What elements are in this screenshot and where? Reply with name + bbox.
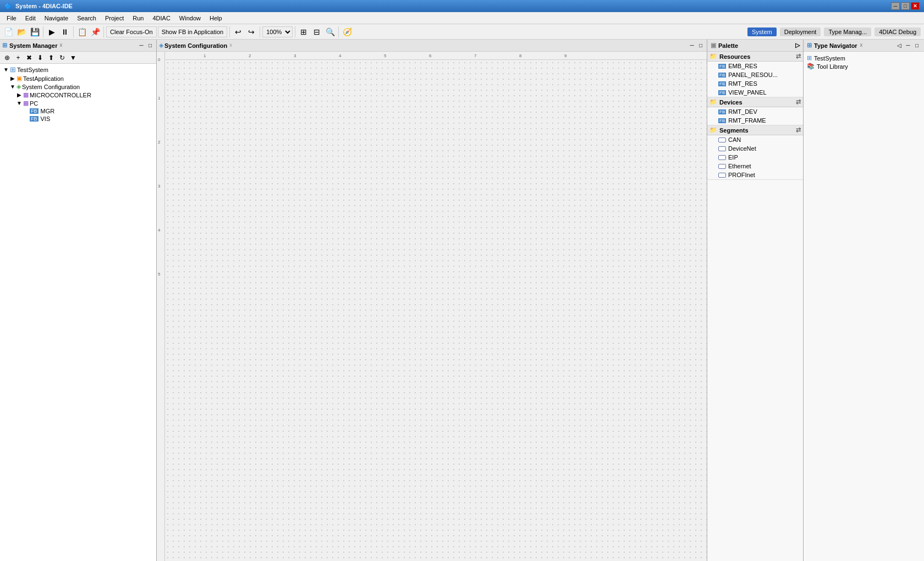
menu-run[interactable]: Run — [128, 14, 148, 23]
canvas-column: 1 2 3 4 5 6 7 8 9 — [165, 52, 707, 561]
palette-item-rmt-dev[interactable]: FB RMT_DEV — [707, 107, 803, 116]
palette-item-view-panel[interactable]: FB VIEW_PANEL — [707, 88, 803, 97]
tree-item-testapp[interactable]: ▶ ▣ TestApplication — [1, 74, 155, 82]
tree-expand-micro[interactable]: ▶ — [16, 92, 22, 98]
menu-file[interactable]: File — [2, 14, 21, 23]
type-nav-min-btn[interactable]: ─ — [904, 42, 912, 50]
palette-expand-btn[interactable]: ▷ — [795, 42, 800, 49]
system-manager-panel: ⊞ System Manager ☓ ─ □ ⊕ + ✖ ⬇ ⬆ ↻ ▼ ▼ ⊞… — [0, 40, 157, 561]
palette-item-profinet[interactable]: PROFInet — [707, 170, 803, 179]
ruler-h-5: 5 — [384, 53, 386, 58]
type-nav-expand-btn[interactable]: ◁ — [895, 42, 903, 50]
palette-segments-header[interactable]: 📁 Segments ⇄ — [707, 125, 803, 135]
sysconfig-min-btn[interactable]: ─ — [688, 42, 696, 50]
toolbar-nav-btn[interactable]: 🧭 — [341, 26, 353, 38]
show-fb-btn[interactable]: Show FB in Application — [158, 26, 228, 37]
mgr-label: MGR — [41, 108, 55, 114]
type-nav-header-btns: ◁ ─ □ — [895, 42, 921, 50]
view-tab-4diac-debug[interactable]: 4DIAC Debug — [875, 28, 921, 36]
tree-refresh-btn[interactable]: ↻ — [57, 53, 67, 63]
tree-import-btn[interactable]: ⬇ — [35, 53, 45, 63]
toolbar-new-btn[interactable]: 📄 — [2, 26, 14, 38]
resources-add-btn[interactable]: ⇄ — [796, 53, 801, 60]
menu-edit[interactable]: Edit — [21, 14, 40, 23]
ethernet-seg-icon — [718, 164, 726, 169]
close-btn[interactable]: ✕ — [911, 2, 920, 10]
main-canvas[interactable] — [165, 60, 707, 561]
toolbar-sep-7 — [338, 26, 339, 37]
tree-remove-btn[interactable]: ✖ — [24, 53, 34, 63]
system-manager-tree: ▼ ⊞ TestSystem ▶ ▣ TestApplication ▼ ◈ S… — [0, 64, 156, 561]
tree-item-micro[interactable]: ▶ ▦ MICROCONTROLLER — [1, 91, 155, 99]
toolbar-pause-btn[interactable]: ⏸ — [59, 26, 71, 38]
palette-item-devicenet[interactable]: DeviceNet — [707, 144, 803, 153]
toolbar-redo-btn[interactable]: ↪ — [245, 26, 257, 38]
panel-minimize-btn[interactable]: ─ — [138, 42, 145, 50]
view-tab-system[interactable]: System — [747, 28, 777, 36]
palette-content: 📁 Resources ⇄ FB EMB_RES FB PANEL_RESOU.… — [707, 52, 803, 561]
view-tab-deployment[interactable]: Deployment — [780, 28, 821, 36]
menu-window[interactable]: Window — [175, 14, 205, 23]
menu-search[interactable]: Search — [73, 14, 101, 23]
type-nav-max-btn[interactable]: □ — [913, 42, 921, 50]
tree-item-vis[interactable]: FB VIS — [1, 115, 155, 123]
tree-expand-testsystem[interactable]: ▼ — [3, 67, 9, 73]
toolbar-save-btn[interactable]: 💾 — [29, 26, 41, 38]
tree-expand-testapp[interactable]: ▶ — [10, 75, 15, 81]
menu-4diac[interactable]: 4DIAC — [148, 14, 174, 23]
pc-icon: ▦ — [23, 100, 29, 107]
tree-item-sysconfig[interactable]: ▼ ◈ System Configuration — [1, 82, 155, 91]
tree-filter-btn[interactable]: ▼ — [68, 53, 78, 63]
menu-help[interactable]: Help — [205, 14, 227, 23]
palette-item-panel-res[interactable]: FB PANEL_RESOU... — [707, 70, 803, 79]
toolbar-zoom-in-btn[interactable]: 🔍 — [324, 26, 336, 38]
maximize-btn[interactable]: □ — [901, 2, 910, 10]
palette-item-rmt-frame[interactable]: FB RMT_FRAME — [707, 116, 803, 125]
type-nav-close[interactable]: ☓ — [860, 42, 862, 48]
type-nav-testsystem[interactable]: ⊞ TestSystem — [806, 54, 922, 62]
tree-expand-pc[interactable]: ▼ — [16, 100, 22, 106]
resources-folder-icon: 📁 — [710, 53, 717, 60]
menu-navigate[interactable]: Navigate — [40, 14, 73, 23]
sysconfig-tab-close[interactable]: ☓ — [229, 42, 232, 48]
toolbar-undo-btn[interactable]: ↩ — [232, 26, 244, 38]
eip-label: EIP — [728, 154, 738, 161]
toolbar-copy-btn[interactable]: 📋 — [76, 26, 88, 38]
palette-item-emb-res[interactable]: FB EMB_RES — [707, 62, 803, 70]
rmt-res-label: RMT_RES — [728, 80, 757, 87]
can-seg-icon — [718, 138, 726, 142]
tree-item-mgr[interactable]: FB MGR — [1, 107, 155, 115]
palette-item-eip[interactable]: EIP — [707, 153, 803, 162]
devices-add-btn[interactable]: ⇄ — [796, 98, 801, 106]
palette-item-can[interactable]: CAN — [707, 135, 803, 144]
resources-label: Resources — [719, 53, 750, 60]
segments-add-btn[interactable]: ⇄ — [796, 127, 801, 134]
panel-maximize-btn[interactable]: □ — [146, 42, 154, 50]
tree-add-btn[interactable]: + — [13, 53, 23, 63]
tree-export-btn[interactable]: ⬆ — [46, 53, 56, 63]
zoom-select[interactable]: 100% 75% 50% 150% 200% — [262, 26, 293, 37]
profinet-label: PROFInet — [728, 172, 755, 178]
tree-expand-sysconfig[interactable]: ▼ — [10, 84, 15, 90]
tree-expand-all-btn[interactable]: ⊕ — [2, 53, 12, 63]
palette-devices-header[interactable]: 📁 Devices ⇄ — [707, 97, 803, 107]
toolbar-grid-btn[interactable]: ⊟ — [311, 26, 323, 38]
menu-project[interactable]: Project — [101, 14, 128, 23]
panel-header-controls: ─ □ — [138, 42, 154, 50]
minimize-btn[interactable]: ─ — [891, 2, 900, 10]
view-tab-type-manager[interactable]: Type Manag... — [824, 28, 871, 36]
toolbar-play-btn[interactable]: ▶ — [46, 26, 58, 38]
tree-item-pc[interactable]: ▼ ▦ PC — [1, 99, 155, 107]
palette-item-ethernet[interactable]: Ethernet — [707, 162, 803, 170]
type-nav-tool-library[interactable]: 📚 Tool Library — [806, 62, 922, 70]
toolbar-paste-btn[interactable]: 📌 — [89, 26, 101, 38]
palette-resources-header[interactable]: 📁 Resources ⇄ — [707, 52, 803, 62]
toolbar-align-btn[interactable]: ⊞ — [298, 26, 310, 38]
clear-focus-btn[interactable]: Clear Focus-On — [106, 26, 157, 37]
sysconfig-max-btn[interactable]: □ — [697, 42, 705, 50]
palette-section-resources: 📁 Resources ⇄ FB EMB_RES FB PANEL_RESOU.… — [707, 52, 803, 97]
ruler-h-6: 6 — [429, 53, 431, 58]
tree-item-testsystem[interactable]: ▼ ⊞ TestSystem — [1, 65, 155, 74]
palette-item-rmt-res[interactable]: FB RMT_RES — [707, 79, 803, 88]
toolbar-open-btn[interactable]: 📂 — [15, 26, 28, 38]
